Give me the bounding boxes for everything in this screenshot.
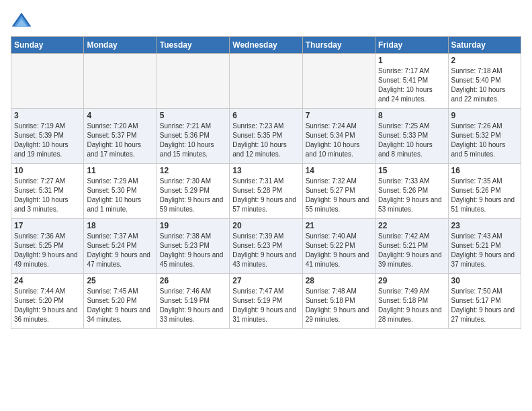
header-day: Wednesday <box>230 37 302 54</box>
day-info: Sunrise: 7:21 AM Sunset: 5:36 PM Dayligh… <box>160 122 226 159</box>
header-day: Tuesday <box>157 37 229 54</box>
calendar-week: 1Sunrise: 7:17 AM Sunset: 5:41 PM Daylig… <box>11 54 521 109</box>
day-number: 6 <box>232 111 299 120</box>
day-info: Sunrise: 7:42 AM Sunset: 5:21 PM Dayligh… <box>378 232 445 269</box>
calendar-cell: 17Sunrise: 7:36 AM Sunset: 5:25 PM Dayli… <box>11 219 84 274</box>
calendar-cell <box>11 54 84 109</box>
header-day: Friday <box>375 37 448 54</box>
day-info: Sunrise: 7:20 AM Sunset: 5:37 PM Dayligh… <box>87 122 153 159</box>
day-number: 3 <box>14 111 81 120</box>
day-info: Sunrise: 7:18 AM Sunset: 5:40 PM Dayligh… <box>451 66 518 104</box>
day-info: Sunrise: 7:23 AM Sunset: 5:35 PM Dayligh… <box>232 122 299 159</box>
day-info: Sunrise: 7:48 AM Sunset: 5:18 PM Dayligh… <box>306 287 372 324</box>
calendar-cell: 2Sunrise: 7:18 AM Sunset: 5:40 PM Daylig… <box>448 54 521 109</box>
calendar-cell <box>157 54 229 109</box>
calendar-cell: 30Sunrise: 7:50 AM Sunset: 5:17 PM Dayli… <box>448 274 521 329</box>
header-day: Thursday <box>302 37 375 54</box>
calendar-week: 17Sunrise: 7:36 AM Sunset: 5:25 PM Dayli… <box>11 219 521 274</box>
calendar-cell: 6Sunrise: 7:23 AM Sunset: 5:35 PM Daylig… <box>230 109 302 164</box>
day-info: Sunrise: 7:24 AM Sunset: 5:34 PM Dayligh… <box>306 122 372 159</box>
day-number: 18 <box>87 221 153 230</box>
calendar-week: 3Sunrise: 7:19 AM Sunset: 5:39 PM Daylig… <box>11 109 521 164</box>
day-info: Sunrise: 7:40 AM Sunset: 5:22 PM Dayligh… <box>306 232 372 269</box>
day-info: Sunrise: 7:32 AM Sunset: 5:27 PM Dayligh… <box>306 177 372 214</box>
day-number: 12 <box>160 166 226 175</box>
day-info: Sunrise: 7:29 AM Sunset: 5:30 PM Dayligh… <box>87 177 153 214</box>
calendar-cell: 27Sunrise: 7:47 AM Sunset: 5:19 PM Dayli… <box>230 274 302 329</box>
calendar-cell: 13Sunrise: 7:31 AM Sunset: 5:28 PM Dayli… <box>230 164 302 219</box>
calendar-cell: 9Sunrise: 7:26 AM Sunset: 5:32 PM Daylig… <box>448 109 521 164</box>
calendar-cell: 19Sunrise: 7:38 AM Sunset: 5:23 PM Dayli… <box>157 219 229 274</box>
day-number: 25 <box>87 276 153 285</box>
day-number: 22 <box>378 221 445 230</box>
day-info: Sunrise: 7:31 AM Sunset: 5:28 PM Dayligh… <box>232 177 299 214</box>
day-info: Sunrise: 7:50 AM Sunset: 5:17 PM Dayligh… <box>451 287 518 324</box>
calendar-cell: 25Sunrise: 7:45 AM Sunset: 5:20 PM Dayli… <box>84 274 157 329</box>
calendar-cell: 20Sunrise: 7:39 AM Sunset: 5:23 PM Dayli… <box>230 219 302 274</box>
day-info: Sunrise: 7:45 AM Sunset: 5:20 PM Dayligh… <box>87 287 153 324</box>
day-number: 11 <box>87 166 153 175</box>
calendar-cell: 7Sunrise: 7:24 AM Sunset: 5:34 PM Daylig… <box>302 109 375 164</box>
calendar-cell: 21Sunrise: 7:40 AM Sunset: 5:22 PM Dayli… <box>302 219 375 274</box>
day-number: 21 <box>306 221 372 230</box>
day-info: Sunrise: 7:37 AM Sunset: 5:24 PM Dayligh… <box>87 232 153 269</box>
day-number: 30 <box>451 276 518 285</box>
day-info: Sunrise: 7:44 AM Sunset: 5:20 PM Dayligh… <box>14 287 81 324</box>
day-number: 2 <box>451 56 518 65</box>
calendar-cell: 8Sunrise: 7:25 AM Sunset: 5:33 PM Daylig… <box>375 109 448 164</box>
day-info: Sunrise: 7:33 AM Sunset: 5:26 PM Dayligh… <box>378 177 445 214</box>
calendar-cell <box>84 54 157 109</box>
calendar-cell: 1Sunrise: 7:17 AM Sunset: 5:41 PM Daylig… <box>375 54 448 109</box>
calendar-cell: 18Sunrise: 7:37 AM Sunset: 5:24 PM Dayli… <box>84 219 157 274</box>
calendar-cell: 4Sunrise: 7:20 AM Sunset: 5:37 PM Daylig… <box>84 109 157 164</box>
header-row: SundayMondayTuesdayWednesdayThursdayFrid… <box>11 37 521 54</box>
day-info: Sunrise: 7:19 AM Sunset: 5:39 PM Dayligh… <box>14 122 81 159</box>
day-number: 28 <box>306 276 372 285</box>
calendar-cell: 23Sunrise: 7:43 AM Sunset: 5:21 PM Dayli… <box>448 219 521 274</box>
calendar-cell: 24Sunrise: 7:44 AM Sunset: 5:20 PM Dayli… <box>11 274 84 329</box>
calendar-cell: 16Sunrise: 7:35 AM Sunset: 5:26 PM Dayli… <box>448 164 521 219</box>
day-number: 17 <box>14 221 81 230</box>
logo <box>11 11 35 30</box>
day-number: 23 <box>451 221 518 230</box>
calendar-cell: 26Sunrise: 7:46 AM Sunset: 5:19 PM Dayli… <box>157 274 229 329</box>
calendar-cell: 14Sunrise: 7:32 AM Sunset: 5:27 PM Dayli… <box>302 164 375 219</box>
calendar-cell <box>302 54 375 109</box>
calendar-week: 24Sunrise: 7:44 AM Sunset: 5:20 PM Dayli… <box>11 274 521 329</box>
logo-icon <box>11 11 32 30</box>
calendar-cell: 3Sunrise: 7:19 AM Sunset: 5:39 PM Daylig… <box>11 109 84 164</box>
day-number: 4 <box>87 111 153 120</box>
day-number: 13 <box>232 166 299 175</box>
day-number: 29 <box>378 276 445 285</box>
day-info: Sunrise: 7:27 AM Sunset: 5:31 PM Dayligh… <box>14 177 81 214</box>
day-info: Sunrise: 7:35 AM Sunset: 5:26 PM Dayligh… <box>451 177 518 214</box>
day-info: Sunrise: 7:49 AM Sunset: 5:18 PM Dayligh… <box>378 287 445 324</box>
day-info: Sunrise: 7:39 AM Sunset: 5:23 PM Dayligh… <box>232 232 299 269</box>
calendar-cell: 22Sunrise: 7:42 AM Sunset: 5:21 PM Dayli… <box>375 219 448 274</box>
day-number: 9 <box>451 111 518 120</box>
day-number: 5 <box>160 111 226 120</box>
calendar-cell: 28Sunrise: 7:48 AM Sunset: 5:18 PM Dayli… <box>302 274 375 329</box>
header-day: Saturday <box>448 37 521 54</box>
day-info: Sunrise: 7:30 AM Sunset: 5:29 PM Dayligh… <box>160 177 226 214</box>
header-day: Monday <box>84 37 157 54</box>
calendar-table: SundayMondayTuesdayWednesdayThursdayFrid… <box>11 36 521 329</box>
calendar-cell: 29Sunrise: 7:49 AM Sunset: 5:18 PM Dayli… <box>375 274 448 329</box>
day-number: 20 <box>232 221 299 230</box>
calendar-week: 10Sunrise: 7:27 AM Sunset: 5:31 PM Dayli… <box>11 164 521 219</box>
day-number: 16 <box>451 166 518 175</box>
day-number: 8 <box>378 111 445 120</box>
calendar-cell: 5Sunrise: 7:21 AM Sunset: 5:36 PM Daylig… <box>157 109 229 164</box>
calendar-cell <box>230 54 302 109</box>
day-info: Sunrise: 7:36 AM Sunset: 5:25 PM Dayligh… <box>14 232 81 269</box>
day-number: 24 <box>14 276 81 285</box>
calendar-cell: 10Sunrise: 7:27 AM Sunset: 5:31 PM Dayli… <box>11 164 84 219</box>
day-info: Sunrise: 7:17 AM Sunset: 5:41 PM Dayligh… <box>378 66 445 104</box>
page-header <box>11 11 521 30</box>
day-number: 14 <box>306 166 372 175</box>
day-info: Sunrise: 7:43 AM Sunset: 5:21 PM Dayligh… <box>451 232 518 269</box>
header-day: Sunday <box>11 37 84 54</box>
day-number: 19 <box>160 221 226 230</box>
day-number: 1 <box>378 56 445 65</box>
day-info: Sunrise: 7:46 AM Sunset: 5:19 PM Dayligh… <box>160 287 226 324</box>
